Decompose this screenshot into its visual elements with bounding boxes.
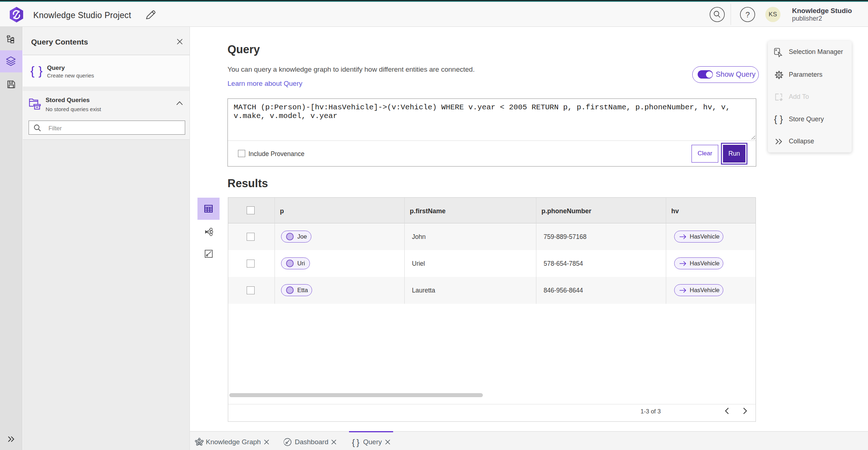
svg-text:?: ? (745, 10, 750, 19)
